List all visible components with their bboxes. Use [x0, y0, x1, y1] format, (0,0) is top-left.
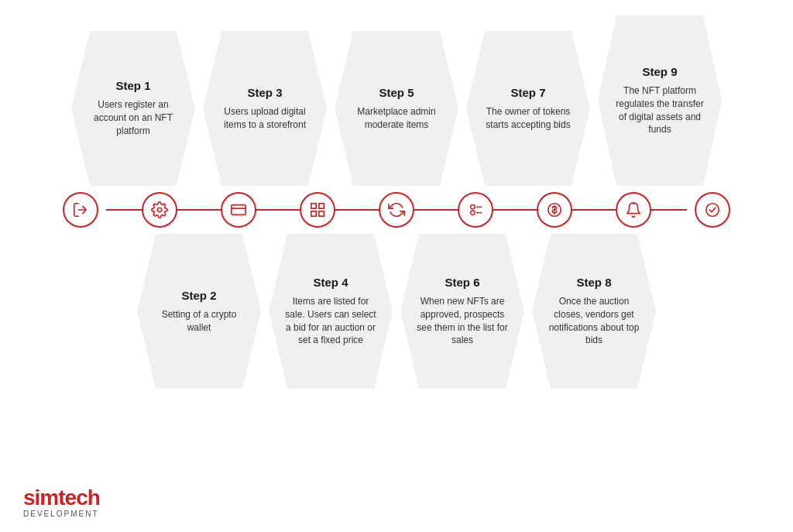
svg-point-7 — [471, 205, 475, 210]
step1-wrap: Step 1 Users register an account on an N… — [71, 31, 195, 186]
step6-text: When new NFTs are approved, prospects se… — [414, 295, 510, 347]
step9-text: The NFT platform regulates the transfer … — [612, 84, 708, 136]
step9-card: Step 9 The NFT platform regulates the tr… — [598, 15, 722, 186]
main-container: Step 1 Users register an account on an N… — [0, 0, 793, 532]
step9-title: Step 9 — [642, 65, 677, 78]
settings-icon — [151, 201, 168, 218]
step4-wrap: Step 4 Items are listed for sale. Users … — [269, 234, 393, 389]
logo-simtech: simtech — [23, 487, 100, 509]
step2-text: Setting of a crypto wallet — [151, 308, 247, 335]
grid-icon-circle — [300, 192, 335, 228]
svg-rect-5 — [311, 211, 316, 216]
check-icon-circle — [695, 192, 730, 228]
step9-wrap: Step 9 The NFT platform regulates the tr… — [598, 15, 722, 186]
bottom-steps-row: Step 2 Setting of a crypto wallet Step 4… — [23, 234, 770, 389]
svg-rect-3 — [311, 204, 316, 208]
refresh-icon-circle — [379, 192, 414, 228]
step3-title: Step 3 — [247, 86, 282, 99]
svg-point-0 — [157, 208, 162, 212]
svg-point-9 — [471, 211, 475, 215]
timeline-row — [23, 192, 770, 228]
step6-title: Step 6 — [445, 276, 479, 289]
check-icon — [704, 201, 721, 218]
step2-wrap: Step 2 Setting of a crypto wallet — [137, 234, 261, 389]
step1-title: Step 1 — [115, 79, 150, 92]
card-icon — [230, 201, 247, 218]
step8-wrap: Step 8 Once the auction closes, vendors … — [532, 234, 656, 389]
svg-rect-6 — [319, 211, 324, 216]
dollar-icon — [546, 201, 563, 218]
step4-text: Items are listed for sale. Users can sel… — [283, 295, 379, 347]
step5-title: Step 5 — [379, 86, 414, 99]
step2-title: Step 2 — [181, 289, 216, 302]
step5-wrap: Step 5 Marketplace admin moderate items — [335, 31, 458, 186]
svg-rect-1 — [232, 205, 245, 215]
bell-icon — [625, 201, 642, 218]
step1-card: Step 1 Users register an account on an N… — [71, 31, 195, 186]
bell-icon-circle — [616, 192, 651, 228]
step7-text: The owner of tokens starts accepting bid… — [480, 105, 576, 132]
step5-card: Step 5 Marketplace admin moderate items — [335, 31, 458, 186]
token-list-icon — [467, 201, 484, 218]
logo-tagline: DEVELOPMENT — [23, 510, 100, 518]
step8-title: Step 8 — [576, 276, 611, 289]
logo-area: simtech DEVELOPMENT — [23, 487, 100, 518]
timeline-icons — [63, 192, 730, 228]
settings-icon-circle — [142, 192, 177, 228]
step8-card: Step 8 Once the auction closes, vendors … — [532, 234, 656, 389]
dollar-icon-circle — [537, 192, 572, 228]
step3-card: Step 3 Users upload digital items to a s… — [203, 31, 327, 186]
step5-text: Marketplace admin moderate items — [348, 105, 445, 132]
top-steps-row: Step 1 Users register an account on an N… — [23, 15, 770, 186]
grid-icon — [309, 201, 326, 218]
step6-card: Step 6 When new NFTs are approved, prosp… — [400, 234, 524, 389]
step1-text: Users register an account on an NFT plat… — [85, 98, 181, 137]
step8-text: Once the auction closes, vendors get not… — [546, 295, 642, 347]
step7-wrap: Step 7 The owner of tokens starts accept… — [466, 31, 590, 186]
step6-wrap: Step 6 When new NFTs are approved, prosp… — [400, 234, 524, 389]
token-list-icon-circle — [458, 192, 493, 228]
svg-point-13 — [706, 204, 719, 217]
step4-card: Step 4 Items are listed for sale. Users … — [269, 234, 393, 389]
step7-card: Step 7 The owner of tokens starts accept… — [466, 31, 590, 186]
refresh-icon — [388, 201, 405, 218]
step4-title: Step 4 — [313, 276, 348, 289]
card-icon-circle — [221, 192, 256, 228]
login-icon — [72, 201, 89, 218]
svg-rect-4 — [319, 204, 324, 208]
step7-title: Step 7 — [510, 86, 545, 99]
step3-text: Users upload digital items to a storefro… — [217, 105, 313, 132]
step3-wrap: Step 3 Users upload digital items to a s… — [203, 31, 327, 186]
step2-card: Step 2 Setting of a crypto wallet — [137, 234, 261, 389]
login-icon-circle — [63, 192, 98, 228]
